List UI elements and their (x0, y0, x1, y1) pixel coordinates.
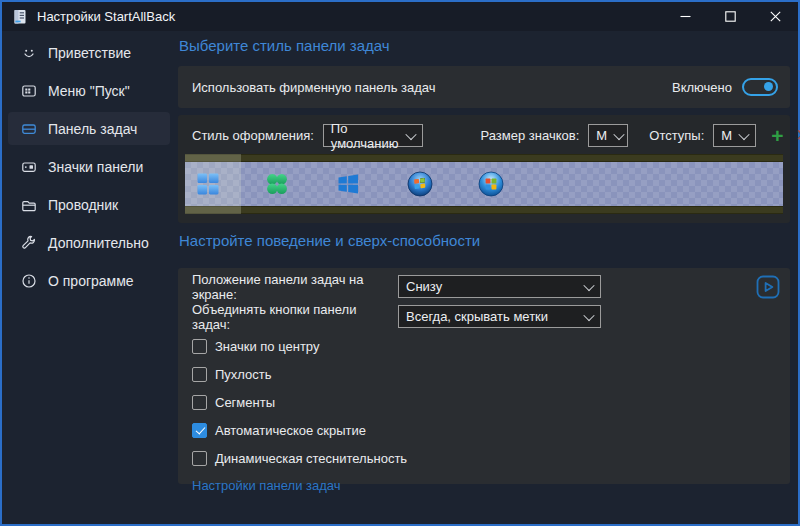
style-row: Стиль оформления: По умолчанию Размер зн… (178, 115, 790, 147)
checkbox-row-dynamic-shyness[interactable]: Динамическая стеснительность (192, 450, 776, 466)
sidebar-item-label: О программе (48, 273, 134, 289)
checkbox-row-autohide[interactable]: Автоматическое скрытие (192, 422, 776, 438)
combine-buttons-select[interactable]: Всегда, скрывать метки (398, 305, 601, 328)
icon-size-select-value: M (596, 128, 607, 143)
sidebar-item-taskbar[interactable]: Панель задач (8, 112, 170, 145)
checkbox-label: Сегменты (215, 395, 275, 410)
taskbar-icon (21, 121, 37, 137)
checkbox-label: Значки по центру (215, 339, 319, 354)
style-label: Стиль оформления: (192, 128, 314, 143)
close-icon (770, 11, 781, 22)
sidebar-item-explorer[interactable]: Проводник (8, 188, 170, 221)
minimize-icon (680, 11, 691, 22)
combine-buttons-value: Всегда, скрывать метки (406, 309, 548, 324)
icon-size-label: Размер значков: (481, 128, 580, 143)
sidebar-item-tray-icons[interactable]: Значки панели (8, 150, 170, 183)
branded-taskbar-label: Использовать фирменную панель задач (192, 80, 436, 95)
branded-taskbar-card: Использовать фирменную панель задач Вклю… (178, 66, 790, 108)
sidebar-item-label: Меню "Пуск" (48, 83, 130, 99)
windows8-start-icon[interactable] (336, 172, 360, 196)
chevron-down-icon (613, 128, 624, 139)
combine-buttons-row: Объединять кнопки панели задач: Всегда, … (192, 305, 776, 328)
checkbox-label: Пухлость (215, 367, 272, 382)
windows11-start-icon[interactable] (196, 172, 220, 196)
sidebar-item-label: Приветствие (48, 45, 131, 61)
chevron-down-icon (405, 128, 416, 139)
sidebar-item-label: Дополнительно (48, 235, 149, 251)
tray-icons-icon (21, 159, 37, 175)
checkbox-row-plumpness[interactable]: Пухлость (192, 366, 776, 382)
taskbar-position-select[interactable]: Снизу (398, 275, 601, 298)
combine-buttons-label: Объединять кнопки панели задач: (192, 302, 398, 332)
clover-start-icon[interactable] (265, 172, 289, 196)
sidebar-item-welcome[interactable]: Приветствие (8, 36, 170, 69)
section-title-style: Выберите стиль панели задач (179, 37, 390, 54)
taskbar-position-row: Положение панели задач на экране: Снизу (192, 275, 776, 298)
sidebar-item-about[interactable]: О программе (8, 264, 170, 297)
play-demo-button[interactable] (756, 275, 780, 299)
explorer-icon (21, 197, 37, 213)
taskbar-preview-strip (185, 154, 783, 214)
windows7-orb-icon[interactable] (407, 171, 433, 197)
style-select-value: По умолчанию (331, 121, 399, 151)
titlebar: Настройки StartAllBack (2, 2, 798, 31)
style-select[interactable]: По умолчанию (323, 124, 423, 147)
maximize-icon (725, 11, 736, 22)
section-title-behavior: Настройте поведение и сверх-способности (179, 232, 480, 249)
wrench-icon (21, 235, 37, 251)
vista-orb-icon[interactable] (478, 171, 504, 197)
play-icon (756, 275, 780, 299)
window-controls (663, 2, 798, 31)
maximize-button[interactable] (708, 2, 753, 31)
chevron-down-icon (583, 309, 594, 320)
sidebar-item-label: Проводник (48, 197, 118, 213)
smiley-icon (21, 45, 37, 61)
strip-border-top (185, 154, 783, 162)
app-icon (11, 8, 29, 26)
margins-label: Отступы: (649, 128, 704, 143)
start-menu-icon (21, 83, 37, 99)
chevron-down-icon (583, 279, 594, 290)
checkbox-row-center-icons[interactable]: Значки по центру (192, 338, 776, 354)
dynamic-shyness-checkbox[interactable] (192, 451, 207, 466)
checkbox-row-segments[interactable]: Сегменты (192, 394, 776, 410)
minimize-button[interactable] (663, 2, 708, 31)
toggle-knob (764, 82, 773, 91)
branded-taskbar-toggle[interactable] (742, 78, 778, 96)
autohide-checkbox[interactable] (192, 423, 207, 438)
checkbox-label: Автоматическое скрытие (215, 423, 366, 438)
close-button[interactable] (753, 2, 798, 31)
taskbar-style-card: Стиль оформления: По умолчанию Размер зн… (178, 115, 790, 223)
margins-select-value: M (721, 128, 732, 143)
taskbar-settings-link[interactable]: Настройки панели задач (192, 478, 776, 493)
behavior-card: Положение панели задач на экране: Снизу … (178, 268, 790, 484)
toggle-state-label: Включено (672, 80, 732, 95)
taskbar-position-value: Снизу (406, 279, 442, 294)
plumpness-checkbox[interactable] (192, 367, 207, 382)
strip-border-bottom (185, 206, 783, 214)
window-title: Настройки StartAllBack (37, 9, 175, 24)
sidebar-item-label: Значки панели (48, 159, 143, 175)
sidebar: Приветствие Меню "Пуск" Панель задач Зна… (2, 36, 170, 302)
chevron-down-icon (738, 128, 749, 139)
startallback-settings-window: Настройки StartAllBack Приветствие Мен (0, 0, 800, 526)
remove-style-button[interactable]: ✕ (795, 127, 800, 145)
add-style-button[interactable]: + (771, 127, 783, 145)
sidebar-item-advanced[interactable]: Дополнительно (8, 226, 170, 259)
taskbar-position-label: Положение панели задач на экране: (192, 272, 398, 302)
icon-size-select[interactable]: M (588, 124, 628, 147)
segments-checkbox[interactable] (192, 395, 207, 410)
margins-select[interactable]: M (713, 124, 756, 147)
sidebar-item-label: Панель задач (48, 121, 137, 137)
sidebar-item-start-menu[interactable]: Меню "Пуск" (8, 74, 170, 107)
checkbox-label: Динамическая стеснительность (215, 451, 407, 466)
info-icon (21, 273, 37, 289)
center-icons-checkbox[interactable] (192, 339, 207, 354)
